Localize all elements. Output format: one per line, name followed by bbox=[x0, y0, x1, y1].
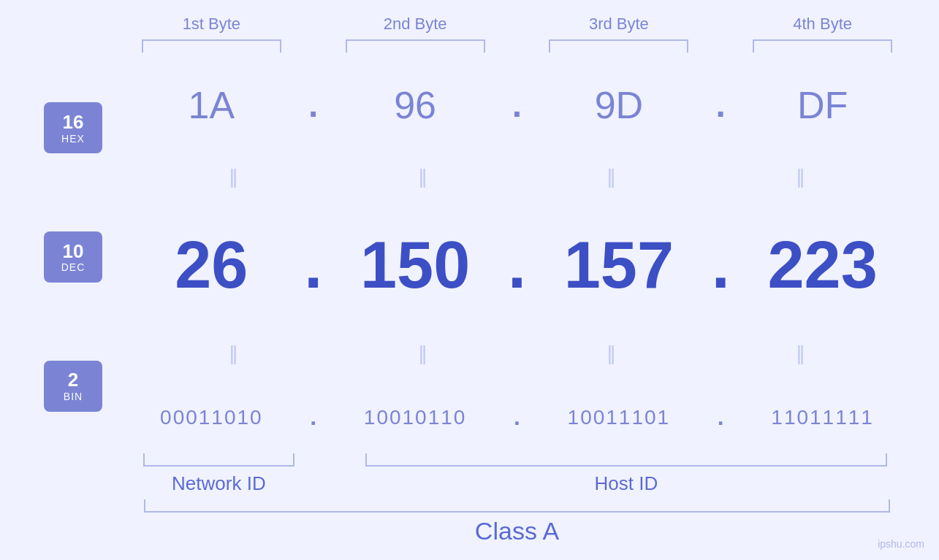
bin-number: 2 bbox=[68, 369, 78, 391]
network-id-section: Network ID bbox=[124, 453, 313, 495]
byte3-bracket bbox=[549, 39, 688, 53]
dec-dot3: . bbox=[706, 228, 735, 303]
hex-label: HEX bbox=[61, 133, 85, 145]
hex-row: 1A . 96 . 9D . DF bbox=[124, 83, 910, 127]
bin-b1-cell: 00011010 bbox=[124, 406, 299, 429]
byte2-bracket bbox=[346, 39, 485, 53]
byte4-bracket bbox=[753, 39, 892, 53]
hex-dot2: . bbox=[503, 85, 532, 125]
dec-b3-cell: 157 bbox=[532, 228, 707, 303]
byte1-label: 1st Byte bbox=[183, 15, 240, 34]
values-section: 1A . 96 . 9D . DF bbox=[124, 64, 910, 450]
dec-b4-cell: 223 bbox=[735, 228, 910, 303]
hex-b4-cell: DF bbox=[735, 83, 910, 127]
eq8: ‖ bbox=[706, 342, 895, 365]
bin-b3-cell: 10011101 bbox=[532, 406, 707, 429]
hex-b4: DF bbox=[797, 83, 848, 127]
eq6: ‖ bbox=[328, 342, 517, 365]
bin-row: 00011010 . 10010110 . 10011101 . bbox=[124, 404, 910, 431]
dec-badge: 10 DEC bbox=[44, 231, 102, 283]
main-container: 1st Byte 2nd Byte 3rd Byte 4th Byte bbox=[0, 0, 939, 560]
dec-b2: 150 bbox=[360, 228, 470, 303]
hex-number: 16 bbox=[63, 112, 84, 133]
bin-b1: 00011010 bbox=[160, 406, 263, 429]
byte1-bracket bbox=[142, 39, 281, 53]
byte2-label: 2nd Byte bbox=[384, 15, 447, 34]
network-id-label: Network ID bbox=[172, 472, 266, 495]
equals-row-1: ‖ ‖ ‖ ‖ bbox=[124, 166, 910, 188]
hex-badge: 16 HEX bbox=[44, 102, 102, 153]
watermark: ipshu.com bbox=[878, 538, 924, 550]
byte1-col: 1st Byte bbox=[124, 15, 299, 53]
eq1: ‖ bbox=[139, 166, 328, 188]
network-id-bracket bbox=[143, 453, 294, 467]
hex-dot1: . bbox=[299, 85, 328, 125]
hex-b1-cell: 1A bbox=[124, 83, 299, 127]
dec-dot2: . bbox=[503, 228, 532, 303]
main-grid: 16 HEX 10 DEC 2 BIN 1A . bbox=[29, 64, 910, 450]
bin-badge: 2 BIN bbox=[44, 361, 102, 412]
eq4: ‖ bbox=[706, 166, 895, 188]
dec-number: 10 bbox=[63, 241, 84, 262]
byte4-label: 4th Byte bbox=[793, 15, 852, 34]
hex-b2-cell: 96 bbox=[328, 83, 503, 127]
host-id-bracket bbox=[365, 453, 887, 467]
bin-b2-cell: 10010110 bbox=[328, 406, 503, 429]
dec-b1-cell: 26 bbox=[124, 228, 299, 303]
bin-dot3: . bbox=[706, 404, 735, 431]
dec-b3: 157 bbox=[564, 228, 674, 303]
eq3: ‖ bbox=[517, 166, 707, 188]
eq7: ‖ bbox=[517, 342, 707, 365]
base-labels: 16 HEX 10 DEC 2 BIN bbox=[29, 64, 124, 450]
byte3-col: 3rd Byte bbox=[532, 15, 707, 53]
hex-b3-cell: 9D bbox=[532, 83, 707, 127]
byte4-col: 4th Byte bbox=[735, 15, 910, 53]
byte3-label: 3rd Byte bbox=[589, 15, 649, 34]
network-host-section: Network ID Host ID bbox=[124, 453, 910, 495]
bin-b2: 10010110 bbox=[364, 406, 467, 429]
host-id-section: Host ID bbox=[343, 453, 910, 495]
bin-b3: 10011101 bbox=[568, 406, 671, 429]
hex-b3: 9D bbox=[595, 83, 643, 127]
bin-dot1: . bbox=[299, 404, 328, 431]
class-section: Class A bbox=[29, 499, 910, 545]
class-label: Class A bbox=[475, 517, 559, 545]
bin-dot2: . bbox=[503, 404, 532, 431]
bin-label: BIN bbox=[64, 391, 83, 402]
equals-row-2: ‖ ‖ ‖ ‖ bbox=[124, 342, 910, 365]
host-id-label: Host ID bbox=[595, 472, 658, 495]
bin-b4-cell: 11011111 bbox=[735, 406, 910, 429]
dec-b4: 223 bbox=[768, 228, 878, 303]
dec-b1: 26 bbox=[175, 228, 248, 303]
eq2: ‖ bbox=[328, 166, 517, 188]
class-bracket bbox=[144, 499, 890, 513]
dec-row: 26 . 150 . 157 . 223 bbox=[124, 228, 910, 303]
hex-dot3: . bbox=[706, 85, 735, 125]
dec-b2-cell: 150 bbox=[328, 228, 503, 303]
byte2-col: 2nd Byte bbox=[328, 15, 503, 53]
dec-label: DEC bbox=[61, 261, 85, 273]
dec-dot1: . bbox=[299, 228, 328, 303]
eq5: ‖ bbox=[139, 342, 328, 365]
bin-b4: 11011111 bbox=[771, 406, 874, 429]
hex-b1: 1A bbox=[189, 83, 235, 127]
hex-b2: 96 bbox=[394, 83, 436, 127]
